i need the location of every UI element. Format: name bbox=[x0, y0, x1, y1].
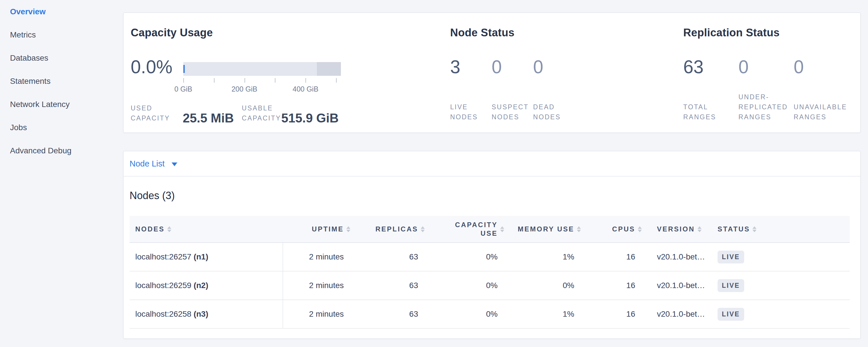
column-header-capacity-use[interactable]: CAPACITY USE bbox=[424, 216, 503, 243]
status-badge: LIVE bbox=[718, 279, 744, 292]
node-status-title: Node Status bbox=[450, 27, 515, 39]
sort-icon bbox=[346, 226, 350, 232]
replicas-cell: 63 bbox=[349, 271, 424, 300]
axis-tick bbox=[245, 78, 245, 83]
capacity-use-cell: 0% bbox=[424, 271, 503, 300]
column-label: REPLICAS bbox=[375, 225, 418, 233]
nodes-count-heading: Nodes (3) bbox=[129, 190, 175, 202]
sort-icon bbox=[167, 226, 171, 232]
capacity-use-cell: 0% bbox=[424, 243, 503, 271]
total-ranges-value: 63 bbox=[683, 56, 739, 78]
sort-icon bbox=[421, 226, 425, 232]
live-nodes-stat: 3 LIVE NODES bbox=[450, 56, 492, 122]
capacity-reserved-segment bbox=[317, 62, 341, 76]
used-capacity-label: USED CAPACITY bbox=[131, 103, 174, 123]
uptime-cell: 2 minutes bbox=[283, 243, 349, 271]
suspect-nodes-value: 0 bbox=[492, 56, 533, 78]
node-id: (n3) bbox=[194, 310, 208, 318]
sidebar-item-statements[interactable]: Statements bbox=[10, 69, 113, 93]
column-header-uptime[interactable]: UPTIME bbox=[283, 216, 349, 243]
column-label: CPUS bbox=[612, 225, 635, 233]
sidebar-item-network-latency[interactable]: Network Latency bbox=[10, 93, 113, 116]
dead-nodes-label: DEAD NODES bbox=[533, 102, 570, 122]
node-address: localhost:26259 bbox=[135, 281, 191, 290]
sidebar-item-jobs[interactable]: Jobs bbox=[10, 116, 113, 139]
cluster-summary-card: Capacity Usage 0.0% 0 GiB 200 GiB 400 Gi… bbox=[123, 12, 861, 133]
version-cell: v20.1.0-bet… bbox=[641, 243, 713, 271]
replication-status-title: Replication Status bbox=[683, 27, 780, 39]
cpus-cell: 16 bbox=[580, 271, 641, 300]
nodes-card: Node List Nodes (3) NODES UPTIME bbox=[123, 151, 861, 339]
node-id: (n2) bbox=[194, 281, 208, 290]
live-nodes-value: 3 bbox=[450, 56, 492, 78]
sort-icon bbox=[638, 226, 642, 232]
table-row[interactable]: localhost:26259 (n2) 2 minutes 63 0% 0% … bbox=[129, 271, 850, 300]
axis-tick-label: 400 GiB bbox=[292, 85, 318, 93]
status-badge: LIVE bbox=[718, 251, 744, 263]
sidebar-item-advanced-debug[interactable]: Advanced Debug bbox=[10, 139, 113, 162]
capacity-gauge-bar bbox=[183, 62, 341, 76]
version-cell: v20.1.0-bet… bbox=[641, 271, 713, 300]
axis-tick-label: 200 GiB bbox=[231, 85, 257, 93]
node-list-dropdown[interactable]: Node List bbox=[129, 159, 177, 168]
sidebar: Overview Metrics Databases Statements Ne… bbox=[10, 0, 113, 162]
column-label: UPTIME bbox=[312, 225, 344, 233]
suspect-nodes-label: SUSPECT NODES bbox=[492, 102, 529, 122]
capacity-used-percent: 0.0% bbox=[131, 56, 173, 78]
under-replicated-ranges-label: UNDER-REPLICATED RANGES bbox=[739, 92, 786, 122]
capacity-usage-title: Capacity Usage bbox=[131, 27, 213, 39]
column-header-nodes[interactable]: NODES bbox=[129, 216, 283, 243]
table-row[interactable]: localhost:26258 (n3) 2 minutes 63 0% 1% … bbox=[129, 300, 850, 328]
memory-use-cell: 1% bbox=[503, 243, 580, 271]
dead-nodes-stat: 0 DEAD NODES bbox=[533, 56, 575, 122]
table-row[interactable]: localhost:26257 (n1) 2 minutes 63 0% 1% … bbox=[129, 243, 850, 271]
column-label: VERSION bbox=[657, 225, 695, 233]
nodes-table: NODES UPTIME REPLICAS CAPACITY USE MEMOR… bbox=[129, 216, 850, 329]
column-header-version[interactable]: VERSION bbox=[641, 216, 713, 243]
capacity-usage-section: Capacity Usage 0.0% 0 GiB 200 GiB 400 Gi… bbox=[131, 13, 445, 132]
column-header-status[interactable]: STATUS bbox=[713, 216, 850, 243]
axis-tick-label: 0 GiB bbox=[175, 85, 192, 93]
column-header-replicas[interactable]: REPLICAS bbox=[349, 216, 424, 243]
axis-tick bbox=[275, 78, 275, 83]
sort-icon bbox=[577, 226, 581, 232]
total-ranges-label: TOTAL RANGES bbox=[683, 102, 731, 122]
column-label: MEMORY USE bbox=[518, 225, 574, 233]
usable-capacity-label: USABLE CAPACITY bbox=[242, 103, 281, 123]
status-badge: LIVE bbox=[718, 308, 744, 321]
memory-use-cell: 1% bbox=[503, 300, 580, 328]
capacity-used-marker bbox=[183, 65, 185, 73]
axis-tick bbox=[336, 78, 337, 83]
cpus-cell: 16 bbox=[580, 243, 641, 271]
nodes-card-header: Node List bbox=[124, 151, 860, 177]
used-capacity-value: 25.5 MiB bbox=[183, 112, 234, 125]
version-cell: v20.1.0-bet… bbox=[641, 300, 713, 328]
sidebar-item-metrics[interactable]: Metrics bbox=[10, 23, 113, 46]
node-address: localhost:26258 bbox=[135, 310, 191, 318]
under-replicated-ranges-value: 0 bbox=[739, 56, 794, 78]
under-replicated-ranges-stat: 0 UNDER-REPLICATED RANGES bbox=[739, 56, 794, 122]
live-nodes-label: LIVE NODES bbox=[450, 102, 487, 122]
replication-status-stats: 63 TOTAL RANGES 0 UNDER-REPLICATED RANGE… bbox=[683, 56, 849, 122]
sidebar-item-overview[interactable]: Overview bbox=[10, 0, 113, 23]
axis-tick bbox=[305, 78, 306, 83]
cpus-cell: 16 bbox=[580, 300, 641, 328]
unavailable-ranges-label: UNAVAILABLE RANGES bbox=[794, 102, 842, 122]
capacity-use-cell: 0% bbox=[424, 300, 503, 328]
memory-use-cell: 0% bbox=[503, 271, 580, 300]
unavailable-ranges-stat: 0 UNAVAILABLE RANGES bbox=[794, 56, 849, 122]
sidebar-item-databases[interactable]: Databases bbox=[10, 46, 113, 69]
axis-tick bbox=[183, 78, 184, 83]
sort-icon bbox=[698, 226, 702, 232]
column-label: CAPACITY USE bbox=[452, 221, 498, 238]
axis-tick bbox=[214, 78, 215, 83]
dead-nodes-value: 0 bbox=[533, 56, 575, 78]
chevron-down-icon bbox=[172, 162, 177, 166]
column-header-cpus[interactable]: CPUS bbox=[580, 216, 641, 243]
replicas-cell: 63 bbox=[349, 243, 424, 271]
capacity-stats: USED CAPACITY 25.5 MiB USABLE CAPACITY 5… bbox=[131, 103, 339, 123]
column-header-memory-use[interactable]: MEMORY USE bbox=[503, 216, 580, 243]
column-label: NODES bbox=[135, 225, 165, 233]
node-list-dropdown-label: Node List bbox=[129, 159, 165, 168]
sort-icon bbox=[500, 226, 504, 232]
